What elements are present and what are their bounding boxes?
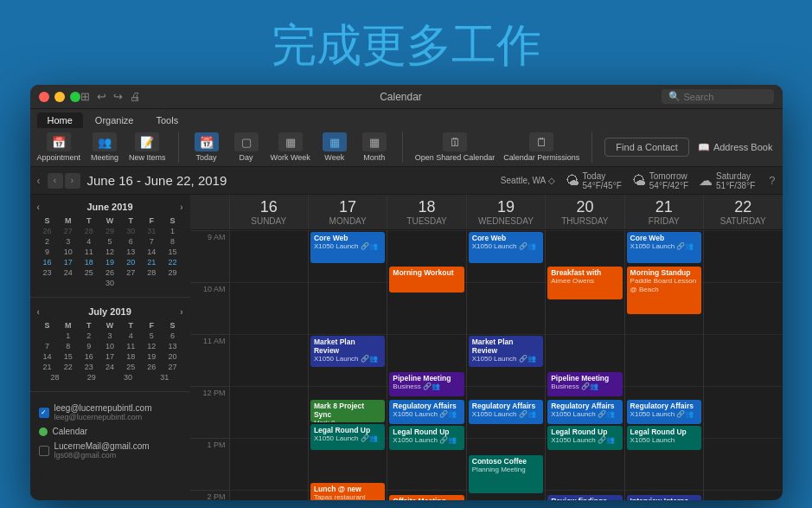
day-button[interactable]: ▢ Day	[231, 132, 262, 162]
event-mark8-mon[interactable]: Mark 8 Project Sync Mark 8	[310, 400, 385, 422]
search-bar[interactable]: 🔍	[662, 89, 774, 104]
day-col-wednesday: Core Web X1050 Launch 🔗👥 Market Plan Rev…	[466, 230, 545, 500]
header-num-saturday: 22	[706, 198, 780, 216]
event-breakfast-thu[interactable]: Breakfast with Aimee Owens	[547, 267, 622, 299]
nav-next-button[interactable]: ›	[65, 173, 80, 189]
ribbon-buttons: 📅 Appointment 👥 Meeting 📝 New Items 📆 To…	[30, 128, 783, 166]
find-contact-button[interactable]: Find a Contact	[604, 138, 689, 157]
event-legal-thu[interactable]: Legal Round Up X1050 Launch 🔗👥	[547, 426, 622, 450]
maximize-button[interactable]	[70, 92, 80, 102]
header-thursday: 20 Thursday	[545, 195, 623, 229]
event-morning-workout[interactable]: Morning Workout	[389, 267, 464, 293]
event-legal-roundup-mon[interactable]: Legal Round Up X1050 Launch 🔗👥	[310, 424, 385, 450]
help-icon[interactable]: ?	[769, 174, 775, 187]
sidebar-toggle-icon[interactable]: ⊞	[80, 90, 90, 103]
nav-bar: ‹ ‹ › June 16 - June 22, 2019 Seattle, W…	[30, 167, 783, 195]
calendar-grid: 16 Sunday 17 Monday 18 Tuesday 19 Wednes…	[190, 195, 783, 500]
open-shared-cal-button[interactable]: 🗓 Open Shared Calendar	[415, 132, 496, 162]
day-col-friday: Core Web X1050 Launch 🔗👥 Morning Standup…	[624, 230, 703, 500]
appointment-button[interactable]: 📅 Appointment	[37, 132, 81, 162]
event-review-findings-thu[interactable]: Review findings with product team	[547, 495, 622, 500]
event-legal-fri[interactable]: Legal Round Up X1050 Launch	[627, 426, 701, 450]
event-regulatory-thu[interactable]: Regulatory Affairs X1050 Launch 🔗👥	[547, 400, 622, 424]
calendar-header-row: 16 Sunday 17 Monday 18 Tuesday 19 Wednes…	[190, 195, 783, 230]
weather-tomorrow: 🌤 Tomorrow 54°F/42°F	[632, 171, 688, 190]
mini-cal-june-next[interactable]: ›	[180, 203, 182, 212]
event-regulatory-fri[interactable]: Regulatory Affairs X1050 Launch 🔗👥	[627, 400, 701, 424]
mini-cal-july-prev[interactable]: ‹	[37, 307, 40, 317]
cal-checkbox-leeg[interactable]: ✓	[39, 408, 49, 418]
event-core-web-mon[interactable]: Core Web X1050 Launch 🔗👥	[310, 232, 385, 263]
cal-name-gmail: LucerneMail@gmail.com	[54, 441, 150, 451]
mini-cal-june-title: June 2019	[86, 202, 132, 212]
event-interview-fri[interactable]: Interview Interns My Office	[627, 495, 701, 500]
calendar-item-leeg[interactable]: ✓ leeg@lucernepubintl.com leeg@lucernepu…	[37, 401, 183, 424]
event-lunch-mon[interactable]: Lunch @ new Tapas restaurant	[310, 483, 385, 500]
work-week-button[interactable]: ▦ Work Week	[271, 132, 310, 162]
redo-icon[interactable]: ↪	[113, 90, 123, 103]
sidebar-divider-2	[30, 391, 190, 392]
today-button[interactable]: 📆 Today	[191, 132, 222, 162]
event-pipeline-tue[interactable]: Pipeline Meeting Business 🔗👥	[389, 372, 464, 396]
event-standup-fri[interactable]: Morning Standup Paddle Board Lesson @ Be…	[627, 267, 701, 314]
cal-email-leeg: leeg@lucernepubintl.com	[54, 413, 152, 421]
nav-prev-button[interactable]: ‹	[48, 173, 63, 189]
weather-tomorrow-icon: 🌤	[632, 173, 646, 189]
week-icon: ▦	[323, 132, 347, 151]
tab-tools[interactable]: Tools	[145, 113, 189, 128]
weather-location: Seattle, WA ◇	[501, 176, 555, 185]
print-icon[interactable]: 🖨	[130, 90, 141, 103]
appointment-label: Appointment	[37, 153, 81, 162]
header-name-sunday: Sunday	[232, 216, 306, 226]
mini-cal-june-prev[interactable]: ‹	[37, 203, 40, 212]
cal-permissions-button[interactable]: 🗒 Calendar Permissions	[503, 132, 579, 162]
search-input[interactable]	[684, 92, 762, 102]
calendar-item-gmail[interactable]: LucerneMail@gmail.com lgs08@gmail.com	[37, 439, 183, 462]
header-num-tuesday: 18	[389, 198, 464, 216]
today-label: Today	[196, 153, 217, 162]
header-wednesday: 19 Wednesday	[466, 195, 545, 229]
event-market-plan-mon[interactable]: Market Plan Review X1050 Launch 🔗👥	[310, 336, 385, 367]
tab-home[interactable]: Home	[37, 113, 83, 128]
new-items-button[interactable]: 📝 New Items	[129, 132, 166, 162]
event-regulatory-tue[interactable]: Regulatory Affairs X1050 Launch 🔗👥	[389, 400, 464, 424]
calendar-item-main[interactable]: Calendar	[37, 424, 183, 439]
open-shared-cal-icon: 🗓	[443, 132, 467, 151]
mini-cal-prev-icon[interactable]: ‹	[37, 175, 41, 187]
day-col-thursday: Breakfast with Aimee Owens Pipeline Meet…	[545, 230, 623, 500]
month-button[interactable]: ▦ Month	[359, 132, 390, 162]
close-button[interactable]	[39, 92, 49, 102]
day-col-monday: Core Web X1050 Launch 🔗👥 Market Plan Rev…	[308, 230, 387, 500]
event-regulatory-wed[interactable]: Regulatory Affairs X1050 Launch 🔗👥	[469, 400, 543, 424]
event-core-web-wed[interactable]: Core Web X1050 Launch 🔗👥	[469, 232, 543, 263]
meeting-button[interactable]: 👥 Meeting	[89, 132, 120, 162]
mini-cal-july-next[interactable]: ›	[180, 307, 182, 317]
header-name-friday: Friday	[627, 216, 701, 226]
week-button[interactable]: ▦ Week	[319, 132, 350, 162]
event-market-plan-wed[interactable]: Market Plan Review X1050 Launch 🔗👥	[469, 336, 543, 367]
header-tuesday: 18 Tuesday	[387, 195, 465, 229]
title-bar: ⊞ ↩ ↪ 🖨 Calendar 🔍	[30, 85, 783, 109]
event-offsite-tue[interactable]: Offsite Meeting in Seattle	[389, 495, 464, 500]
event-contoso-wed[interactable]: Contoso Coffee Planning Meeting	[469, 455, 543, 493]
weather-today-icon: 🌤	[566, 173, 579, 189]
cal-checkbox-gmail[interactable]	[39, 446, 49, 456]
calendar-body: 9 AM 10 AM 11 AM 12 PM 1 PM 2 PM 3 PM 4 …	[190, 230, 783, 500]
event-core-web-fri[interactable]: Core Web X1050 Launch 🔗👥	[627, 232, 701, 263]
work-week-icon: ▦	[278, 132, 303, 151]
cal-email-gmail: lgs08@gmail.com	[54, 451, 150, 460]
main-content: ‹ June 2019 › S M T W T F S 26	[30, 195, 783, 500]
weather-tomorrow-label: Tomorrow	[649, 171, 688, 181]
undo-icon[interactable]: ↩	[97, 90, 106, 103]
tab-organize[interactable]: Organize	[85, 113, 144, 128]
sidebar: ‹ June 2019 › S M T W T F S 26	[30, 195, 190, 500]
app-window: ⊞ ↩ ↪ 🖨 Calendar 🔍 Home Organize Tools 📅…	[30, 85, 783, 500]
time-11am: 11 AM	[190, 334, 229, 386]
event-pipeline-thu[interactable]: Pipeline Meeting Business 🔗👥	[547, 372, 622, 396]
address-book-button[interactable]: 📖 Address Book	[698, 142, 772, 153]
minimize-button[interactable]	[54, 92, 65, 102]
mini-cal-july-header: ‹ July 2019 ›	[37, 306, 183, 317]
event-legal-tue[interactable]: Legal Round Up X1050 Launch 🔗👥	[389, 426, 464, 450]
day-col-tuesday: Morning Workout Pipeline Meeting Busines…	[387, 230, 465, 500]
work-week-label: Work Week	[271, 153, 310, 162]
